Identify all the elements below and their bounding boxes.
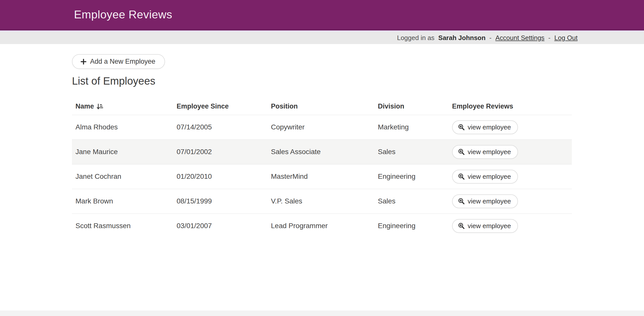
column-header-name[interactable]: Name: [72, 98, 173, 115]
cell-name: Scott Rasmussen: [72, 214, 173, 238]
cell-since: 07/14/2005: [173, 115, 267, 139]
view-employee-button[interactable]: view employee: [452, 145, 518, 159]
footer-strip: [0, 310, 644, 316]
cell-division: Sales: [374, 139, 449, 164]
view-employee-button-label: view employee: [468, 123, 511, 131]
cell-name: Alma Rhodes: [72, 115, 173, 139]
cell-division: Sales: [374, 189, 449, 214]
view-employee-button-label: view employee: [468, 148, 511, 156]
zoom-in-icon: [458, 123, 465, 131]
table-header-row: Name Employee Since Pos: [72, 98, 572, 115]
cell-actions: view employee: [449, 164, 572, 189]
zoom-in-icon: [458, 148, 465, 156]
cell-name: Mark Brown: [72, 189, 173, 214]
cell-division: Engineering: [374, 164, 449, 189]
add-employee-button[interactable]: Add a New Employee: [72, 54, 165, 69]
column-header-employee-since: Employee Since: [173, 98, 267, 115]
column-header-name-label: Name: [75, 102, 94, 110]
column-header-position: Position: [267, 98, 374, 115]
account-settings-link[interactable]: Account Settings: [495, 34, 544, 42]
separator: -: [488, 34, 493, 42]
view-employee-button[interactable]: view employee: [452, 194, 518, 208]
cell-actions: view employee: [449, 139, 572, 164]
cell-since: 08/15/1999: [173, 189, 267, 214]
view-employee-button-label: view employee: [468, 222, 511, 230]
cell-actions: view employee: [449, 115, 572, 139]
table-row: Scott Rasmussen 03/01/2007 Lead Programm…: [72, 214, 572, 238]
user-bar: Logged in as Sarah Johnson - Account Set…: [0, 30, 644, 44]
plus-icon: [80, 58, 87, 65]
logged-in-as-label: Logged in as: [397, 34, 436, 42]
zoom-in-icon: [458, 222, 465, 230]
cell-position: Copywriter: [267, 115, 374, 139]
cell-position: Lead Programmer: [267, 214, 374, 238]
column-header-division: Division: [374, 98, 449, 115]
view-employee-button[interactable]: view employee: [452, 170, 518, 184]
separator: -: [546, 34, 552, 42]
app-header: Employee Reviews: [0, 0, 644, 30]
cell-position: MasterMind: [267, 164, 374, 189]
view-employee-button[interactable]: view employee: [452, 219, 518, 233]
zoom-in-icon: [458, 197, 465, 205]
list-heading: List of Employees: [72, 75, 644, 87]
employees-table: Name Employee Since Pos: [72, 98, 572, 238]
cell-actions: view employee: [449, 214, 572, 238]
cell-position: V.P. Sales: [267, 189, 374, 214]
cell-actions: view employee: [449, 189, 572, 214]
main-content: Add a New Employee List of Employees Nam…: [0, 44, 644, 238]
cell-name: Jane Maurice: [72, 139, 173, 164]
table-row: Jane Maurice 07/01/2002 Sales Associate …: [72, 139, 572, 164]
cell-division: Marketing: [374, 115, 449, 139]
view-employee-button-label: view employee: [468, 173, 511, 181]
cell-since: 01/20/2010: [173, 164, 267, 189]
table-row: Janet Cochran 01/20/2010 MasterMind Engi…: [72, 164, 572, 189]
table-row: Alma Rhodes 07/14/2005 Copywriter Market…: [72, 115, 572, 139]
add-employee-button-label: Add a New Employee: [90, 58, 155, 65]
cell-division: Engineering: [374, 214, 449, 238]
page-title: Employee Reviews: [74, 8, 172, 21]
logged-in-username: Sarah Johnson: [438, 34, 486, 42]
sort-amount-icon: [96, 103, 104, 110]
log-out-link[interactable]: Log Out: [554, 34, 578, 42]
cell-position: Sales Associate: [267, 139, 374, 164]
cell-since: 03/01/2007: [173, 214, 267, 238]
view-employee-button[interactable]: view employee: [452, 120, 518, 134]
cell-since: 07/01/2002: [173, 139, 267, 164]
view-employee-button-label: view employee: [468, 197, 511, 205]
column-header-employee-reviews: Employee Reviews: [449, 98, 572, 115]
cell-name: Janet Cochran: [72, 164, 173, 189]
zoom-in-icon: [458, 173, 465, 180]
table-row: Mark Brown 08/15/1999 V.P. Sales Sales: [72, 189, 572, 214]
